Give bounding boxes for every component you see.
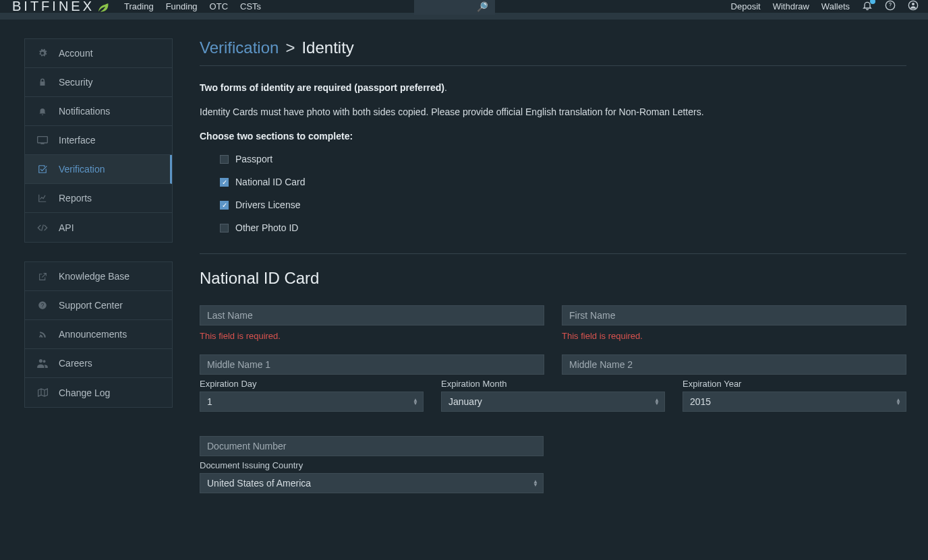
map-icon [37,388,48,397]
checkbox-row-national-id[interactable]: ✓ National ID Card [220,177,906,187]
sidebar-item-label: Knowledge Base [59,271,129,282]
sidebar-item-account[interactable]: Account [25,39,172,68]
breadcrumb-verification[interactable]: Verification [200,38,279,57]
monitor-icon [37,136,48,144]
sidebar-item-interface[interactable]: Interface [25,126,172,155]
divider [200,253,906,254]
last-name-error: This field is required. [200,331,544,341]
sidebar-item-reports[interactable]: Reports [25,184,172,213]
sidebar-item-label: Verification [59,164,105,175]
sidebar-item-announcements[interactable]: Announcements [25,320,172,349]
lock-icon [37,77,48,87]
checkbox-row-passport[interactable]: Passport [220,154,906,164]
user-icon[interactable] [908,0,919,13]
sidebar-item-label: Careers [59,358,92,369]
form-heading: National ID Card [200,269,906,288]
nav-funding[interactable]: Funding [166,1,198,11]
middle-name-2-field[interactable] [562,354,906,375]
search-icon: 🔍 [477,1,488,12]
sidebar-item-label: API [59,222,74,233]
question-circle-icon: ? [37,301,48,310]
sidebar-item-support-center[interactable]: ? Support Center [25,291,172,320]
nav-wallets[interactable]: Wallets [821,1,850,11]
primary-nav: Trading Funding OTC CSTs [124,1,261,11]
nav-otc[interactable]: OTC [210,1,228,11]
checkbox-other-id[interactable] [220,224,229,232]
search-input[interactable]: 🔍 [414,0,495,15]
notification-bell-icon[interactable] [862,0,873,13]
sidebar-item-label: Support Center [59,300,123,311]
select-arrows-icon: ▲▼ [654,398,660,405]
info-line-2: Identity Cards must have photo with both… [200,106,906,117]
code-icon [37,224,48,232]
last-name-field[interactable] [200,305,544,325]
exp-day-select[interactable]: 1 ▲▼ [200,392,424,412]
svg-text:?: ? [41,303,45,309]
svg-point-2 [912,3,915,5]
main-content: Verification > Identity Two forms of ide… [200,38,919,493]
select-arrows-icon: ▲▼ [896,398,901,405]
middle-name-1-field[interactable] [200,354,544,375]
sidebar-item-security[interactable]: Security [25,68,172,97]
sidebar-item-api[interactable]: API [25,213,172,242]
chart-line-icon [37,193,48,203]
users-icon [37,359,48,368]
checkbox-row-other-id[interactable]: Other Photo ID [220,222,906,233]
sidebar-item-label: Account [59,48,93,59]
first-name-error: This field is required. [562,331,906,341]
issuing-country-select[interactable]: United States of America ▲▼ [200,473,544,493]
bell-icon [37,106,48,116]
page-title: Verification > Identity [200,38,906,57]
document-number-field[interactable] [200,436,544,456]
brand-text: BITFINEX [12,0,94,14]
nav-trading[interactable]: Trading [124,1,154,11]
notification-dot-icon [870,0,875,4]
sidebar-item-label: Change Log [59,387,110,398]
rss-icon [37,330,48,339]
leaf-icon [96,0,109,13]
checkbox-label: Passport [235,154,272,164]
help-icon[interactable] [885,0,896,13]
exp-month-select[interactable]: January ▲▼ [441,392,665,412]
checkbox-drivers-license[interactable]: ✓ [220,201,229,210]
divider [200,65,906,66]
sidebar-item-notifications[interactable]: Notifications [25,97,172,126]
sidebar-item-label: Announcements [59,329,127,340]
nav-csts[interactable]: CSTs [240,1,261,11]
breadcrumb-separator: > [285,38,295,57]
exp-year-select[interactable]: 2015 ▲▼ [683,392,906,412]
issuing-country-label: Document Issuing Country [200,460,544,470]
sidebar-group-help: Knowledge Base ? Support Center Announce… [24,261,173,408]
checkbox-label: Drivers License [235,199,300,210]
checkbox-label: Other Photo ID [235,222,298,233]
sidebar-item-knowledge-base[interactable]: Knowledge Base [25,262,172,291]
svg-rect-4 [40,144,44,144]
sidebar-group-main: Account Security Notifications Interface [24,38,173,243]
choose-label: Choose two sections to complete: [200,131,906,142]
check-square-icon [37,164,48,174]
exp-month-label: Expiration Month [441,379,665,389]
sidebar-item-label: Interface [59,135,95,146]
id-type-checklist: Passport ✓ National ID Card ✓ Drivers Li… [200,154,906,233]
sidebar-item-label: Notifications [59,106,110,117]
sidebar-item-label: Security [59,77,93,88]
sidebar-item-careers[interactable]: Careers [25,349,172,378]
checkbox-row-drivers-license[interactable]: ✓ Drivers License [220,199,906,210]
external-link-icon [37,272,48,281]
checkbox-passport[interactable] [220,155,229,164]
select-arrows-icon: ▲▼ [413,398,418,405]
right-nav: Deposit Withdraw Wallets [731,0,919,13]
nav-deposit[interactable]: Deposit [731,1,761,11]
sidebar-item-verification[interactable]: Verification [25,155,172,184]
nav-withdraw[interactable]: Withdraw [773,1,809,11]
brand-logo[interactable]: BITFINEX [12,0,109,14]
header: BITFINEX Trading Funding OTC CSTs 🔍 Depo… [0,0,928,20]
info-line-1: Two forms of identity are required (pass… [200,82,906,93]
checkbox-label: National ID Card [235,177,306,187]
select-arrows-icon: ▲▼ [533,480,538,487]
breadcrumb-current: Identity [301,38,353,57]
exp-day-label: Expiration Day [200,379,424,389]
first-name-field[interactable] [562,305,906,325]
sidebar-item-change-log[interactable]: Change Log [25,378,172,407]
checkbox-national-id[interactable]: ✓ [220,178,229,187]
